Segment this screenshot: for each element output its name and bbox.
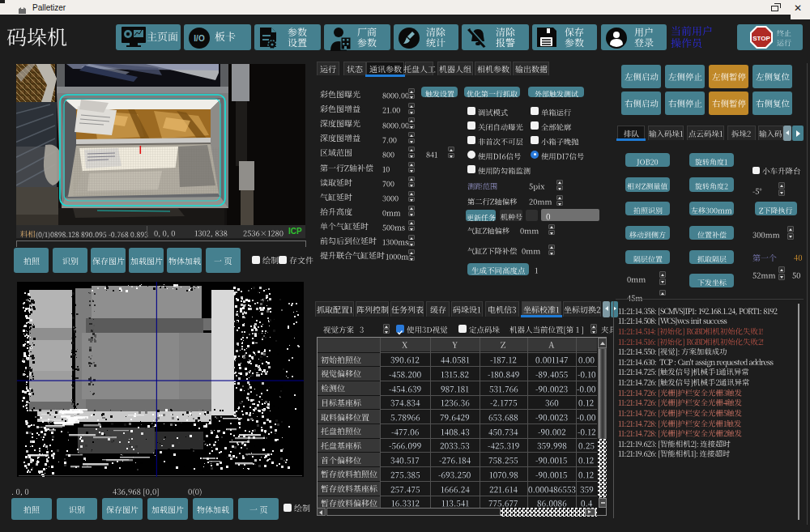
svg-text:I/O: I/O xyxy=(194,34,205,43)
svg-text:STOP: STOP xyxy=(752,35,770,42)
